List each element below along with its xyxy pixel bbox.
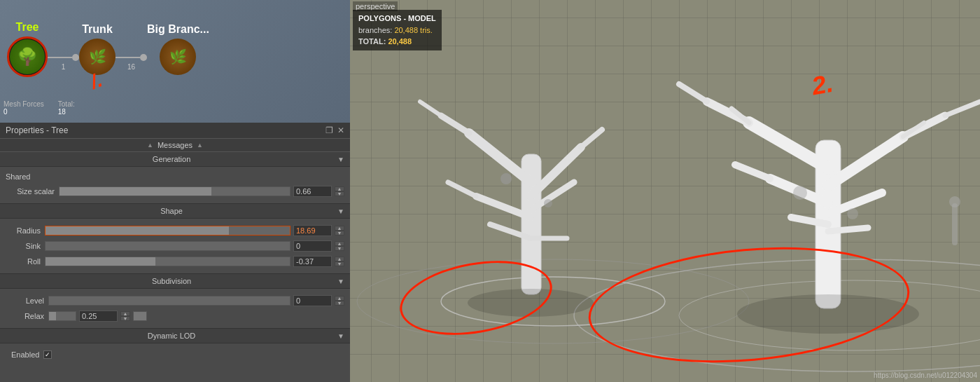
enabled-row: Enabled ✓ [6, 348, 344, 362]
level-slider[interactable] [48, 296, 290, 306]
roll-slider-container: ▲ ▼ [45, 256, 344, 267]
size-scalar-slider[interactable] [59, 186, 290, 196]
size-scalar-row: Size scalar 0.66 ▲ ▼ [0, 184, 350, 199]
dynamic-lod-section-bar[interactable]: Dynamic LOD ▼ [0, 329, 350, 343]
radius-spinner-up[interactable]: ▲ [335, 226, 344, 231]
watermark: https://blog.csdn.net/u012204304 [874, 371, 977, 379]
svg-line-21 [679, 84, 707, 102]
radius-spinner-down[interactable]: ▼ [335, 231, 344, 236]
total-value: 18 [58, 108, 75, 116]
roll-spinner-down[interactable]: ▼ [335, 261, 344, 266]
radius-row: Radius ▲ ▼ [0, 223, 350, 238]
properties-panel: Properties - Tree ❐ ✕ ▲ Messages ▲ Gener… [0, 123, 350, 382]
svg-line-29 [828, 228, 868, 231]
svg-line-11 [448, 182, 476, 196]
relax-spinner[interactable]: ▲ ▼ [120, 311, 130, 321]
spinner-up[interactable]: ▲ [335, 186, 344, 191]
relax-label: Relax [6, 312, 44, 320]
sink-slider[interactable] [45, 241, 290, 251]
subdivision-section-bar[interactable]: Subdivision ▼ [0, 274, 350, 289]
svg-point-32 [737, 294, 919, 334]
total-label: Total: [58, 100, 75, 108]
messages-section: ▲ Messages ▲ [0, 139, 350, 152]
svg-rect-35 [952, 203, 958, 245]
level-spinner-up[interactable]: ▲ [335, 296, 344, 301]
svg-point-36 [949, 196, 960, 207]
node-tree-label: Tree [16, 21, 39, 34]
dynamic-lod-dropdown-icon[interactable]: ▼ [337, 332, 344, 340]
sink-spinner-down[interactable]: ▼ [335, 246, 344, 251]
dynamic-lod-label: Dynamic LOD [6, 332, 337, 340]
roll-row: Roll ▲ ▼ [0, 254, 350, 269]
properties-header: Properties - Tree ❐ ✕ [0, 123, 350, 139]
roll-input[interactable] [293, 256, 332, 267]
total-box: Total: 18 [58, 100, 75, 116]
level-spinner-down[interactable]: ▼ [335, 301, 344, 306]
shape-label: Shape [6, 207, 337, 215]
shape-section-content: Radius ▲ ▼ Sink [0, 219, 350, 274]
mesh-forces-box: Mesh Forces 0 [4, 100, 44, 116]
relax-input[interactable] [79, 311, 118, 322]
radius-slider[interactable] [45, 226, 290, 236]
shared-section: Shared Size scalar 0.66 ▲ ▼ [0, 167, 350, 204]
relax-row: Relax ▲ ▼ [0, 308, 350, 324]
sink-spinner[interactable]: ▲ ▼ [335, 241, 344, 251]
relax-spinner-down[interactable]: ▼ [120, 316, 130, 321]
dynamic-lod-content: Enabled ✓ [0, 343, 350, 366]
trunk-icon: 🌿 [89, 48, 106, 65]
node-bigbranch[interactable]: Big Branc... 🌿 [147, 23, 209, 75]
svg-line-9 [581, 130, 602, 147]
svg-point-33 [793, 186, 807, 200]
triangle-down-icon: ▲ [197, 142, 203, 149]
svg-line-26 [735, 165, 770, 179]
viewport-bg: perspective POLYGONS - MODEL branches: 2… [350, 0, 980, 382]
radius-spinner[interactable]: ▲ ▼ [335, 226, 344, 236]
node-editor: Tree 🌳 1 Trunk � [0, 0, 350, 123]
trees-svg [350, 0, 980, 382]
relax-slider[interactable] [48, 311, 76, 321]
node-trunk-label: Trunk [82, 23, 113, 36]
relax-spinner-up[interactable]: ▲ [120, 311, 130, 316]
subdivision-dropdown-icon[interactable]: ▼ [337, 278, 344, 285]
mesh-forces-value: 0 [4, 108, 44, 116]
messages-label: Messages [158, 141, 192, 149]
generation-section-bar[interactable]: Generation ▼ [0, 152, 350, 167]
size-scalar-label: Size scalar [6, 187, 55, 196]
sink-input[interactable] [293, 240, 332, 252]
props-restore-btn[interactable]: ❐ [326, 125, 333, 135]
shape-section-bar[interactable]: Shape ▼ [0, 204, 350, 219]
roll-slider[interactable] [45, 257, 290, 266]
properties-title: Properties - Tree [6, 125, 68, 135]
viewport: perspective POLYGONS - MODEL branches: 2… [350, 0, 980, 382]
connector-1-label: 1 [62, 63, 66, 71]
level-row: Level ▲ ▼ [0, 293, 350, 308]
triangle-up-icon: ▲ [147, 142, 153, 149]
props-close-btn[interactable]: ✕ [337, 125, 344, 135]
relax-slider-container: ▲ ▼ [48, 311, 344, 322]
sink-spinner-up[interactable]: ▲ [335, 241, 344, 246]
node-tree-circle[interactable]: 🌳 [7, 36, 48, 77]
svg-line-7 [420, 102, 441, 116]
branch-icon: 🌿 [169, 48, 187, 65]
size-scalar-fill [59, 187, 211, 196]
level-input[interactable] [293, 295, 332, 306]
node-branch-circle[interactable]: 🌿 [160, 39, 196, 75]
size-scalar-input[interactable]: 0.66 [293, 186, 332, 197]
roll-spinner[interactable]: ▲ ▼ [335, 257, 344, 266]
roll-spinner-up[interactable]: ▲ [335, 257, 344, 261]
spinner-down[interactable]: ▼ [335, 191, 344, 196]
sink-label: Sink [6, 242, 41, 250]
enabled-checkbox[interactable]: ✓ [43, 350, 52, 359]
relax-fill [49, 312, 56, 320]
radius-input[interactable] [293, 225, 332, 236]
generation-dropdown-icon[interactable]: ▼ [337, 156, 344, 163]
subdivision-section-content: Level ▲ ▼ Relax [0, 289, 350, 329]
node-trunk-circle[interactable]: 🌿 [79, 39, 115, 75]
level-spinner[interactable]: ▲ ▼ [335, 296, 344, 306]
shape-dropdown-icon[interactable]: ▼ [337, 207, 344, 215]
shared-category-label: Shared [0, 171, 350, 184]
node-tree[interactable]: Tree 🌳 [7, 21, 48, 77]
node-trunk[interactable]: Trunk 🌿 [79, 23, 115, 75]
mesh-forces-label: Mesh Forces [4, 100, 44, 108]
size-scalar-spinner[interactable]: ▲ ▼ [335, 186, 344, 196]
